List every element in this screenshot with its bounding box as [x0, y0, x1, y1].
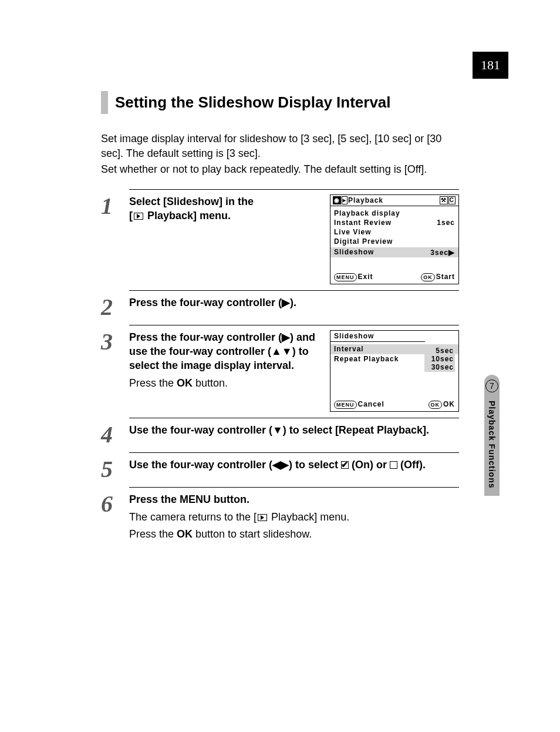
step-number: 3: [101, 330, 129, 412]
step-number: 4: [101, 423, 129, 446]
step-4-text: Use the four-way controller (▼) to selec…: [129, 423, 459, 437]
arrow-right-icon: ▶: [448, 248, 455, 257]
text: Select [Slideshow] in the: [129, 196, 254, 207]
playback-icon: [258, 514, 267, 521]
menu-item: Playback display: [334, 209, 400, 217]
text: Playback] menu.: [144, 210, 231, 221]
playback-tab-icon: ▸: [342, 196, 348, 204]
step-5: 5 Use the four-way controller (◀▶) to se…: [101, 452, 459, 481]
step-5-text: Use the four-way controller (◀▶) to sele…: [129, 458, 459, 472]
menu-item: Digital Preview: [334, 237, 393, 246]
step-1-text: Select [Slideshow] in the [ Playback] me…: [129, 194, 321, 223]
step-3: 3 Press the four-way controller (▶) and …: [101, 325, 459, 412]
intro-text: Set image display interval for slideshow…: [101, 132, 459, 177]
lcd-playback-menu: ◉▸ Playback ⚒C Playback display Instant …: [330, 194, 459, 284]
intro-line-1: Set image display interval for slideshow…: [101, 132, 459, 161]
playback-icon: [134, 213, 143, 220]
lcd-slideshow-menu: Slideshow Interval ◀ 3sec Repeat Playbac…: [330, 330, 459, 412]
section-title: Setting the Slideshow Display Interval: [101, 91, 459, 114]
checkbox-off-icon: [390, 461, 397, 469]
menu-item: Repeat Playback: [334, 355, 399, 363]
step-3-text: Press the four-way controller (▶) and us…: [129, 330, 321, 373]
ok-button-label: OK: [429, 401, 443, 409]
step-4: 4 Use the four-way controller (▼) to sel…: [101, 418, 459, 446]
page-content: Setting the Slideshow Display Interval S…: [101, 91, 459, 540]
menu-item: Instant Review: [334, 219, 392, 227]
menu-button-label: MENU: [334, 273, 357, 281]
title-text: Setting the Slideshow Display Interval: [115, 91, 391, 114]
checkbox-on-icon: [341, 461, 349, 469]
step-3-subtext: Press the OK button.: [129, 377, 321, 389]
page-number: 181: [473, 52, 508, 79]
menu-item-selected: Slideshow 3sec▶: [330, 247, 458, 257]
menu-button-label: MENU: [334, 401, 357, 409]
chapter-label: Playback Functions: [487, 401, 497, 488]
side-tab: 7 Playback Functions: [483, 380, 501, 488]
wrench-icon: ⚒: [440, 196, 448, 204]
step-number: 2: [101, 296, 129, 319]
lcd-title: Slideshow: [330, 331, 425, 342]
step-2: 2 Press the four-way controller (▶).: [101, 290, 459, 319]
custom-icon: C: [448, 196, 456, 204]
interval-options: 5sec 10sec 30sec: [424, 346, 455, 372]
intro-line-2: Set whether or not to play back repeated…: [101, 162, 459, 177]
step-number: 6: [101, 492, 129, 540]
camera-icon: ◉: [333, 196, 341, 204]
step-number: 1: [101, 194, 129, 284]
step-number: 5: [101, 458, 129, 481]
step-6-sub2: Press the OK button to start slideshow.: [129, 528, 459, 540]
step-6-text: Press the MENU button.: [129, 492, 459, 506]
step-2-text: Press the four-way controller (▶).: [129, 296, 459, 310]
lcd-title: Playback: [348, 196, 383, 204]
step-6: 6 Press the MENU button. The camera retu…: [101, 487, 459, 540]
step-1: 1 Select [Slideshow] in the [ Playback] …: [101, 189, 459, 284]
step-6-sub1: The camera returns to the [ Playback] me…: [129, 511, 459, 523]
ok-button-label: OK: [421, 273, 435, 281]
menu-item: Live View: [334, 228, 371, 236]
chapter-badge: 7: [485, 380, 498, 392]
